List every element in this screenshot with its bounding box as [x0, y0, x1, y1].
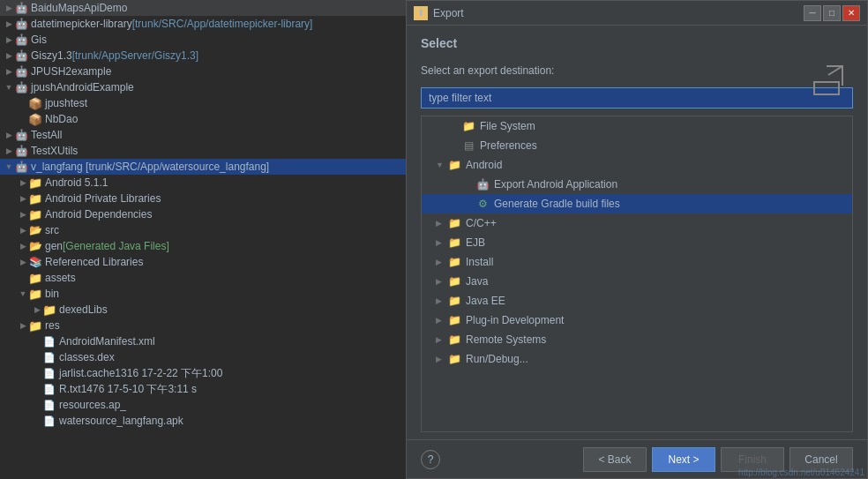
exp-arrow-icon: ▶ [436, 355, 446, 363]
arrow-icon: ▶ [32, 305, 42, 314]
tree-item-androiddeps[interactable]: ▶📁Android Dependencies [0, 206, 406, 222]
tree-item-assets[interactable]: 📁assets [0, 270, 406, 286]
android-icon: 🤖 [14, 80, 28, 94]
tree-item-classes[interactable]: 📄classes.dex [0, 349, 406, 365]
tree-item-resourcesap[interactable]: 📄resources.ap_ [0, 397, 406, 413]
item-label: dexedLibs [59, 303, 108, 316]
item-label: BaiduMapsApiDemo [31, 2, 127, 14]
tree-item-jpushandroid[interactable]: ▼🤖jpushAndroidExample [0, 79, 406, 95]
tree-item-testall[interactable]: ▶🤖TestAll [0, 127, 406, 143]
tree-item-androidmanifest[interactable]: 📄AndroidManifest.xml [0, 333, 406, 349]
exp-folder-icon: 📁 [446, 157, 462, 173]
android-icon: 🤖 [14, 1, 28, 15]
filter-input[interactable] [421, 87, 853, 109]
item-label: resources.ap_ [59, 399, 126, 411]
export-tree-item-java[interactable]: ▶📁Java [422, 272, 852, 291]
export-tree-item-exportandroid[interactable]: 🤖Export Android Application [422, 175, 852, 194]
item-label: gen [45, 240, 63, 252]
item-label: src [45, 224, 59, 236]
tree-item-jpush2[interactable]: ▶🤖JPUSH2example [0, 64, 406, 79]
exp-gradle-icon: ⚙ [475, 196, 490, 212]
item-label: datetimepicker-library [31, 18, 132, 30]
exp-arrow-icon: ▶ [436, 258, 446, 266]
xml-icon: 📄 [42, 334, 56, 348]
export-tree-container[interactable]: 📁File System▤Preferences▼📁Android🤖Export… [421, 116, 853, 432]
tree-item-watersource[interactable]: ▼🤖v _langfang [trunk/SRC/App/watersource… [0, 159, 406, 175]
android-icon: 🤖 [14, 160, 28, 174]
package-icon: 📦 [28, 112, 42, 126]
export-tree-item-install[interactable]: ▶📁Install [422, 252, 852, 272]
exp-arrow-icon: ▶ [436, 335, 446, 344]
tree-item-datetimepicker[interactable]: ▶🤖datetimepicker-library [trunk/SRC/App/… [0, 16, 406, 32]
exp-folder-icon: 📁 [446, 235, 462, 251]
folder-icon: 📁 [28, 271, 42, 285]
exp-item-label: Plug-in Development [466, 314, 564, 326]
export-tree-item-cpp[interactable]: ▶📁C/C++ [422, 213, 852, 233]
tree-item-jarlist[interactable]: 📄jarlist.cache 1316 17-2-22 下午1:00 [0, 365, 406, 381]
back-button[interactable]: < Back [583, 447, 647, 472]
export-tree-item-ejb[interactable]: ▶📁EJB [422, 233, 852, 252]
exp-arrow-icon: ▶ [436, 296, 446, 305]
tree-item-testxutils[interactable]: ▶🤖TestXUtils [0, 143, 406, 159]
item-label: Giszy1.3 [31, 49, 72, 62]
item-label: Referenced Libraries [45, 256, 143, 268]
item-label: watersource_langfang.apk [59, 415, 183, 427]
item-label-extra: [trunk/AppServer/Giszy1.3] [72, 49, 198, 62]
dialog-title-text: Export [433, 7, 464, 19]
export-tree-item-generategradle[interactable]: ⚙Generate Gradle build files [422, 194, 852, 213]
dialog-body: Select an export destination: 📁File Syst… [407, 57, 867, 439]
file-icon: 📄 [42, 414, 56, 428]
tree-item-androidprivate[interactable]: ▶📁Android Private Libraries [0, 191, 406, 206]
exp-item-label: File System [480, 120, 535, 132]
next-button[interactable]: Next > [652, 447, 715, 472]
arrow-icon: ▼ [4, 83, 14, 92]
exp-item-label: Install [466, 256, 493, 268]
item-label: NbDao [45, 113, 78, 125]
tree-item-watersourceapk[interactable]: 📄watersource_langfang.apk [0, 413, 406, 429]
tree-item-dexedlibs[interactable]: ▶📁dexedLibs [0, 302, 406, 318]
minimize-button[interactable]: ─ [804, 5, 821, 21]
exp-item-label: Android [466, 159, 502, 171]
tree-item-reflibs[interactable]: ▶📚Referenced Libraries [0, 254, 406, 270]
tree-item-jpushtest[interactable]: 📦jpushtest [0, 95, 406, 111]
tree-item-gen[interactable]: ▶📂gen [Generated Java Files] [0, 238, 406, 254]
export-tree-item-plugin[interactable]: ▶📁Plug-in Development [422, 311, 852, 330]
tree-item-bin[interactable]: ▼📁bin [0, 286, 406, 302]
exp-item-label: Java EE [466, 295, 505, 307]
tree-item-gis[interactable]: ▶🤖Gis [0, 32, 406, 48]
tree-item-giszy[interactable]: ▶🤖Giszy1.3 [trunk/AppServer/Giszy1.3] [0, 48, 406, 64]
arrow-icon: ▼ [18, 289, 28, 298]
folder-icon: 📁 [28, 207, 42, 221]
item-label: Gis [31, 34, 47, 46]
export-tree-item-preferences[interactable]: ▤Preferences [422, 136, 852, 155]
tree-item-android51[interactable]: ▶📁Android 5.1.1 [0, 175, 406, 191]
item-label: bin [45, 288, 59, 300]
item-label: assets [45, 272, 76, 284]
folder-icon: 📁 [28, 191, 42, 206]
exp-android-icon: 🤖 [475, 176, 490, 192]
close-button[interactable]: ✕ [842, 5, 860, 21]
file-icon: 📄 [42, 382, 56, 396]
tree-item-nbdao[interactable]: 📦NbDao [0, 111, 406, 127]
arrow-icon: ▶ [4, 67, 14, 76]
export-tree-item-remote[interactable]: ▶📁Remote Systems [422, 330, 852, 349]
export-tree-item-android[interactable]: ▼📁Android [422, 155, 852, 175]
exp-item-label: Preferences [480, 139, 537, 152]
exp-item-label: Run/Debug... [466, 353, 528, 365]
maximize-button[interactable]: □ [823, 5, 841, 21]
arrow-icon: ▶ [4, 35, 14, 44]
item-label-extra: [trunk/SRC/App/datetimepicker-library] [132, 18, 313, 30]
export-tree-item-javaee[interactable]: ▶📁Java EE [422, 291, 852, 311]
export-tree-item-rundebug[interactable]: ▶📁Run/Debug... [422, 349, 852, 369]
tree-item-src[interactable]: ▶📂src [0, 222, 406, 238]
item-label: Android 5.1.1 [45, 176, 108, 189]
tree-item-rtxt[interactable]: 📄R.txt 1476 17-5-10 下午3:11 s [0, 381, 406, 397]
tree-item-res[interactable]: ▶📁res [0, 318, 406, 333]
help-button[interactable]: ? [421, 450, 440, 469]
export-arrow-icon [811, 64, 853, 100]
export-tree-item-filesystem[interactable]: 📁File System [422, 116, 852, 136]
titlebar-controls: ─ □ ✕ [804, 5, 860, 21]
file-tree: ▶🤖BaiduMapsApiDemo▶🤖datetimepicker-libra… [0, 0, 406, 479]
item-label-extra: _langfang [trunk/SRC/App/watersource_lan… [36, 161, 269, 173]
tree-item-baidumaps[interactable]: ▶🤖BaiduMapsApiDemo [0, 0, 406, 16]
